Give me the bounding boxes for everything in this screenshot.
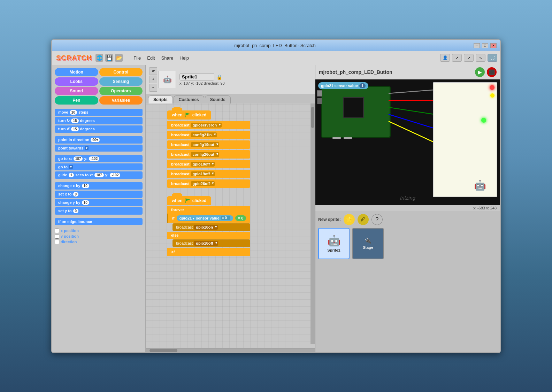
broadcast-config21in[interactable]: broadcast config21in <box>167 131 250 139</box>
block-goto-xy[interactable]: go to x: 187 y: -102 <box>55 155 143 162</box>
block-x-pos[interactable]: x position <box>55 229 143 233</box>
sprite-name-input[interactable] <box>179 73 214 80</box>
block-move[interactable]: move 10 steps <box>55 109 143 116</box>
block-turn-left[interactable]: turn ↺ 15 degrees <box>55 125 143 133</box>
category-variables[interactable]: Variables <box>99 96 143 105</box>
block-point-towards[interactable]: point towards ▾ <box>55 145 143 152</box>
nav-plus-icon[interactable]: + <box>150 76 157 83</box>
minimize-button[interactable]: ─ <box>474 43 480 48</box>
broadcast-gpioserveron[interactable]: broadcast gpioserveron <box>167 121 250 129</box>
category-sound[interactable]: Sound <box>55 87 98 95</box>
script-group-1: when clicked broadcast gpioserveron broa… <box>167 110 250 188</box>
hat-block-2[interactable]: when clicked <box>167 196 250 205</box>
svg-line-2 <box>389 114 434 128</box>
main-content: Motion Control Looks Sensing Sound Opera… <box>52 65 500 352</box>
block-change-x[interactable]: change x by 10 <box>55 182 143 190</box>
reporter-blocks: x position y position direction <box>55 229 143 244</box>
block-bounce[interactable]: if on edge, bounce <box>55 218 143 225</box>
broadcast-config19out[interactable]: broadcast config19out <box>167 140 250 149</box>
if-block[interactable]: if gpio21 ▾ sensor value = 0 = 0 <box>167 214 250 223</box>
scrollbar-h[interactable] <box>146 348 315 352</box>
scratch-logo: SCRATCH <box>55 54 93 62</box>
globe-icon[interactable]: 🌐 <box>95 54 103 62</box>
maximize-button[interactable]: □ <box>482 43 488 48</box>
hat-bump-2 <box>172 193 182 198</box>
scrollbar-h-thumb[interactable] <box>150 349 177 352</box>
block-direction[interactable]: direction <box>55 240 143 244</box>
usb-port <box>317 90 322 97</box>
close-button[interactable]: ✕ <box>490 43 497 48</box>
svg-line-1 <box>389 107 434 114</box>
nav-minus-icon[interactable]: − <box>150 84 157 92</box>
sprite-item-sprite1[interactable]: 🤖 Sprite1 <box>318 228 350 259</box>
scripts-area[interactable]: when clicked broadcast gpioserveron broa… <box>146 103 315 348</box>
fullscreen-icon[interactable]: ⛶ <box>488 54 497 62</box>
block-turn-right[interactable]: turn ↻ 15 degrees <box>55 117 143 124</box>
gpio-badge: gpio21 sensor value 1 <box>318 82 368 89</box>
lock-icon: 🔒 <box>216 74 222 80</box>
red-stop-button[interactable]: ⬛ <box>487 67 497 77</box>
new-sprite-paint-button[interactable]: 🖊 <box>358 214 369 225</box>
scrollbar-v[interactable] <box>310 103 315 344</box>
resize2-icon[interactable]: ⤡ <box>476 54 485 62</box>
led-green <box>481 118 486 123</box>
stage-controls: ▶ ⬛ <box>475 67 497 77</box>
scrollbar-v-thumb[interactable] <box>311 107 314 128</box>
broadcast-gpio18off[interactable]: broadcast gpio18off <box>167 160 250 168</box>
new-sprite-surprise-button[interactable]: ? <box>371 214 383 225</box>
resize-icon[interactable]: ⤢ <box>464 54 474 62</box>
block-y-pos[interactable]: y position <box>55 234 143 239</box>
hat-block-1[interactable]: when clicked <box>167 110 250 120</box>
category-pen[interactable]: Pen <box>55 96 98 105</box>
block-glide[interactable]: glide 1 secs to x: 187 y: -102 <box>55 171 143 179</box>
category-operators[interactable]: Operators <box>99 87 143 95</box>
block-set-y[interactable]: set y to 0 <box>55 207 143 215</box>
nav-refresh-icon[interactable]: ⟳ <box>150 67 157 75</box>
person-icon[interactable]: 👤 <box>440 54 450 62</box>
raspberry-pi <box>321 86 391 138</box>
gpio-sensor-oval[interactable]: gpio21 ▾ sensor value = 0 <box>177 215 233 221</box>
change-blocks: change x by 10 set x to 0 change y by 10… <box>55 182 143 215</box>
svg-line-4 <box>389 90 434 93</box>
folder-icon[interactable]: 📂 <box>115 54 123 62</box>
toolbar-left: SCRATCH 🌐 💾 📂 File Edit Share Help <box>55 54 191 62</box>
sprite-coords: x: 187 y: -102 direction: 90 <box>179 81 225 85</box>
tab-sounds[interactable]: Sounds <box>205 95 231 103</box>
broadcast-gpio19off[interactable]: broadcast gpio19off <box>167 170 250 178</box>
category-control[interactable]: Control <box>99 68 143 76</box>
left-panel: Motion Control Looks Sensing Sound Opera… <box>52 65 146 352</box>
eth-port <box>317 98 322 104</box>
sprite-thumbnail: 🤖 <box>159 71 176 88</box>
block-change-y[interactable]: change y by 10 <box>55 199 143 206</box>
sensor-value-dropdown[interactable]: = 0 <box>221 216 230 220</box>
block-set-x[interactable]: set x to 0 <box>55 191 143 198</box>
new-sprite-star-button[interactable]: ⭐ <box>344 214 355 225</box>
tab-costumes[interactable]: Costumes <box>174 95 204 103</box>
green-flag-button[interactable]: ▶ <box>475 67 485 77</box>
menu-help[interactable]: Help <box>177 55 191 61</box>
broadcast-config26out[interactable]: broadcast config26out <box>167 150 250 159</box>
else-broadcast-gpio18off[interactable]: broadcast gpio18off <box>172 239 250 247</box>
menu-share[interactable]: Share <box>159 55 176 61</box>
broadcast-gpio26off[interactable]: broadcast gpio26off <box>167 179 250 188</box>
block-goto[interactable]: go to ▾ <box>55 163 143 170</box>
tab-scripts[interactable]: Scripts <box>148 95 173 103</box>
category-looks[interactable]: Looks <box>55 77 98 86</box>
gpio-dropdown[interactable]: gpio21 ▾ <box>179 216 195 220</box>
category-sensing[interactable]: Sensing <box>99 77 143 86</box>
block-point-direction[interactable]: point in direction 90▾ <box>55 136 143 144</box>
menu-edit[interactable]: Edit <box>145 55 157 61</box>
forever-block[interactable]: forever <box>167 206 250 214</box>
category-motion[interactable]: Motion <box>55 68 98 76</box>
arrow-icon[interactable]: ↗ <box>452 54 462 62</box>
save-icon[interactable]: 💾 <box>105 54 113 62</box>
sprite-item-stage[interactable]: 🔌 Stage <box>352 228 384 259</box>
sprites-grid: 🤖 Sprite1 🔌 Stage <box>318 228 497 349</box>
then-broadcast-gpio18on[interactable]: broadcast gpio18on <box>172 223 250 231</box>
breadboard <box>433 82 497 197</box>
menu-file[interactable]: File <box>131 55 143 61</box>
green-flag-2 <box>185 198 190 203</box>
sprite1-label: Sprite1 <box>327 248 340 252</box>
eq-block: = 0 <box>235 215 246 221</box>
broadcast-blocks-1: broadcast gpioserveron broadcast config2… <box>167 120 250 188</box>
